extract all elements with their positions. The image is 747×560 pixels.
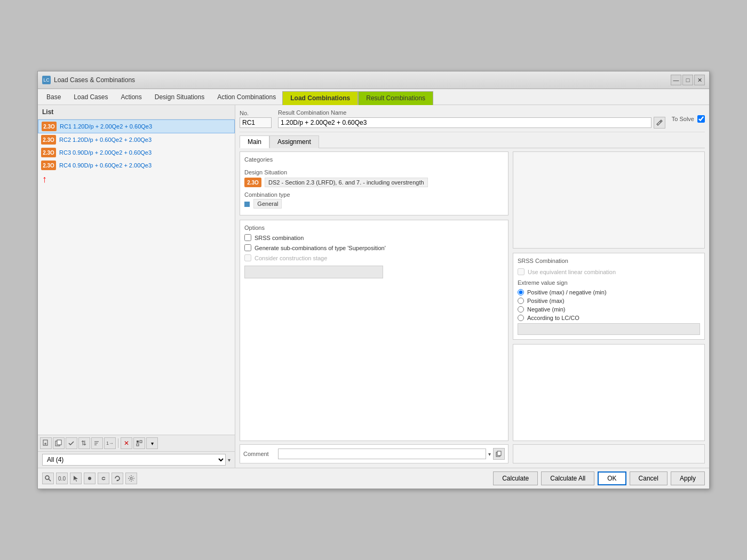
categories-section: Categories Design Situation 2.3O DS2 - S… <box>240 151 508 215</box>
radio-pos-neg-input[interactable] <box>518 289 524 295</box>
arrows-button[interactable]: ⇅ <box>78 437 90 449</box>
tab-result-combinations[interactable]: Result Combinations <box>358 91 433 105</box>
right-spacer <box>513 344 705 441</box>
main-tab-content: Categories Design Situation 2.3O DS2 - S… <box>240 151 705 441</box>
name-input[interactable] <box>278 117 651 128</box>
srss-combination-box: SRSS Combination Use equivalent linear c… <box>513 253 705 340</box>
construction-stage-label: Consider construction stage <box>255 255 327 261</box>
to-solve-label: To Solve <box>672 116 694 122</box>
cursor-icon-btn[interactable] <box>70 473 82 484</box>
window-title: Load Cases & Combinations <box>54 76 135 84</box>
check-button[interactable] <box>66 437 77 449</box>
radio-neg-input[interactable] <box>518 306 524 313</box>
combo-type-row: Combination type <box>244 191 504 198</box>
number-button[interactable]: 1→ <box>104 437 116 449</box>
dropdown-button[interactable]: ▾ <box>146 437 158 449</box>
radio-lc-co-input[interactable] <box>518 315 524 321</box>
top-right-placeholder <box>513 151 705 249</box>
cancel-button[interactable]: Cancel <box>630 471 667 485</box>
use-equivalent-label: Use equivalent linear combination <box>528 269 616 275</box>
list-item[interactable]: 2.3O RC1 1.20D/p + 2.00Qe2 + 0.60Qe3 <box>38 119 235 133</box>
link-icon-btn[interactable] <box>98 473 109 484</box>
delete-button[interactable]: ✕ <box>121 437 132 449</box>
rc-header: No. Result Combination Name To Solve <box>240 109 705 132</box>
item-badge: 2.3O <box>41 148 56 157</box>
svg-rect-11 <box>137 444 139 446</box>
srss-combination-title: SRSS Combination <box>518 258 700 264</box>
radio-lc-co-label: According to LC/CO <box>527 315 579 321</box>
tab-load-combinations[interactable]: Load Combinations <box>282 91 358 105</box>
dropdown-arrow: ▾ <box>488 451 491 457</box>
extreme-value-title: Extreme value sign <box>518 279 700 286</box>
numeric-icon-btn[interactable]: 0.0 <box>56 473 68 484</box>
menu-load-cases[interactable]: Load Cases <box>67 91 114 105</box>
maximize-button[interactable]: □ <box>682 75 693 85</box>
left-panel: List 2.3O RC1 1.20D/p + 2.00Qe2 + 0.60Qe… <box>38 105 235 468</box>
name-row <box>278 117 665 129</box>
ok-button[interactable]: OK <box>598 471 626 485</box>
svg-rect-14 <box>497 451 501 455</box>
item-badge: 2.3O <box>42 122 57 131</box>
filter-select[interactable]: All (4) <box>42 454 226 466</box>
new-button[interactable] <box>40 437 52 449</box>
left-main-content: Categories Design Situation 2.3O DS2 - S… <box>240 151 508 441</box>
arrow-indicator: ↑ <box>38 172 235 187</box>
separator <box>118 438 118 448</box>
menu-action-combinations[interactable]: Action Combinations <box>211 91 282 105</box>
dot-icon-btn[interactable] <box>84 473 96 484</box>
sub-comb-row: Generate sub-combinations of type 'Super… <box>244 244 504 251</box>
construction-stage-row: Consider construction stage <box>244 254 504 261</box>
item-badge: 2.3O <box>41 161 56 170</box>
comment-copy-button[interactable] <box>493 448 505 460</box>
combo-type-value-row: General <box>244 200 504 207</box>
window-icon: LC <box>42 76 51 84</box>
radio-neg-label: Negative (min) <box>527 306 566 313</box>
list-item[interactable]: 2.3O RC2 1.20D/p + 0.60Qe2 + 2.00Qe3 <box>38 133 235 146</box>
categories-title: Categories <box>244 156 504 163</box>
srss-row: SRSS combination <box>244 234 504 241</box>
comment-area: Comment ▾ <box>240 444 705 463</box>
item-text: RC4 0.90D/p + 0.60Qe2 + 2.00Qe3 <box>59 162 152 169</box>
sort-button[interactable] <box>91 437 103 449</box>
menu-design-situations[interactable]: Design Situations <box>148 91 211 105</box>
tab-main[interactable]: Main <box>240 135 269 148</box>
settings-icon-btn[interactable] <box>125 473 137 484</box>
item-text: RC2 1.20D/p + 0.60Qe2 + 2.00Qe3 <box>59 137 152 143</box>
loop-icon-btn[interactable] <box>112 473 123 484</box>
menu-base[interactable]: Base <box>40 91 67 105</box>
comment-left: Comment ▾ <box>240 444 508 463</box>
action-buttons: Calculate Calculate All OK Cancel Apply <box>493 471 705 485</box>
srss-checkbox[interactable] <box>244 234 251 241</box>
search-icon-btn[interactable] <box>42 473 54 484</box>
list-item[interactable]: 2.3O RC3 0.90D/p + 2.00Qe2 + 0.60Qe3 <box>38 146 235 159</box>
svg-rect-4 <box>57 440 61 445</box>
sub-comb-checkbox[interactable] <box>244 244 251 251</box>
tab-assignment[interactable]: Assignment <box>269 135 319 148</box>
name-label: Result Combination Name <box>278 109 665 116</box>
to-solve-checkbox[interactable] <box>697 115 705 123</box>
menu-actions[interactable]: Actions <box>114 91 148 105</box>
design-sit-text: DS2 - Section 2.3 (LRFD), 6. and 7. - in… <box>265 178 428 187</box>
comment-input[interactable] <box>278 449 486 459</box>
svg-point-15 <box>45 476 49 479</box>
apply-button[interactable]: Apply <box>671 471 705 485</box>
content-area: List 2.3O RC1 1.20D/p + 2.00Qe2 + 0.60Qe… <box>38 105 709 468</box>
radio-pos-input[interactable] <box>518 298 524 304</box>
no-input[interactable] <box>240 117 272 128</box>
lc-co-input <box>518 323 700 335</box>
duplicate-button[interactable] <box>53 437 65 449</box>
list-item[interactable]: 2.3O RC4 0.90D/p + 0.60Qe2 + 2.00Qe3 <box>38 159 235 172</box>
edit-button[interactable] <box>654 117 665 129</box>
title-bar: LC Load Cases & Combinations — □ ✕ <box>38 71 709 89</box>
view-toggle[interactable] <box>133 437 145 449</box>
minimize-button[interactable]: — <box>671 75 681 85</box>
close-button[interactable]: ✕ <box>694 75 705 85</box>
svg-rect-9 <box>137 441 139 443</box>
options-title: Options <box>244 225 504 231</box>
radio-pos-neg: Positive (max) / negative (min) <box>518 289 700 295</box>
calculate-button[interactable]: Calculate <box>493 471 538 485</box>
calculate-all-button[interactable]: Calculate All <box>541 471 594 485</box>
no-section: No. <box>240 110 272 128</box>
category-content: Design Situation 2.3O DS2 - Section 2.3 … <box>244 166 504 211</box>
comment-right-placeholder <box>513 444 705 463</box>
